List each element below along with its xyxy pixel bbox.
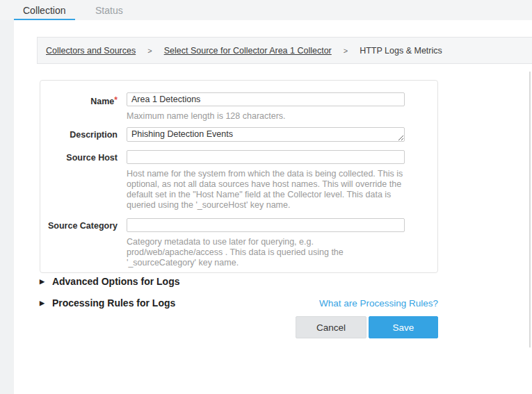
description-label: Description [40,127,118,142]
description-field-row: Description Phishing Detection Events [40,127,437,142]
name-label-text: Name [90,97,114,106]
source-host-label: Source Host [40,150,118,211]
source-category-helper-text: Category metadata to use later for query… [127,237,405,268]
name-field-cell: Maximum name length is 128 characters. [127,92,405,122]
required-asterisk: * [114,95,118,105]
breadcrumb-select-source[interactable]: Select Source for Collector Area 1 Colle… [164,46,332,56]
name-field-row: Name* Maximum name length is 128 charact… [40,92,437,122]
vertical-scrollbar[interactable] [529,72,531,347]
processing-rules-expander[interactable]: ▶ Processing Rules for Logs [40,297,175,309]
name-input[interactable] [127,92,405,106]
source-category-input[interactable] [127,218,405,232]
breadcrumb-separator: > [147,47,152,55]
processing-rules-row: ▶ Processing Rules for Logs What are Pro… [40,297,438,309]
expand-triangle-icon: ▶ [40,279,45,285]
tab-bar: Collection Status [0,0,532,20]
expand-triangle-icon: ▶ [40,300,45,306]
advanced-options-expander[interactable]: ▶ Advanced Options for Logs [40,276,180,287]
cancel-button[interactable]: Cancel [296,316,366,338]
tab-status[interactable]: Status [95,0,123,20]
breadcrumb-collectors-and-sources[interactable]: Collectors and Sources [46,46,136,56]
form-actions: Cancel Save [40,316,438,338]
source-category-field-cell: Category metadata to use later for query… [127,218,405,268]
description-field-cell: Phishing Detection Events [127,127,405,142]
source-category-label: Source Category [40,218,118,268]
name-helper-text: Maximum name length is 128 characters. [127,111,405,122]
source-host-field-cell: Host name for the system from which the … [127,150,405,211]
breadcrumb-current-page: HTTP Logs & Metrics [360,46,442,56]
tab-collection[interactable]: Collection [23,0,65,20]
breadcrumb: Collectors and Sources > Select Source f… [37,37,532,64]
source-config-form-card: Name* Maximum name length is 128 charact… [40,80,438,273]
source-host-input[interactable] [127,150,405,164]
name-label: Name* [40,92,118,122]
advanced-options-label: Advanced Options for Logs [52,276,180,287]
save-button[interactable]: Save [369,316,438,338]
what-are-processing-rules-link[interactable]: What are Processing Rules? [319,298,438,309]
breadcrumb-separator: > [344,47,348,55]
processing-rules-label: Processing Rules for Logs [52,297,175,309]
source-category-field-row: Source Category Category metadata to use… [40,218,437,268]
content-panel: Collectors and Sources > Select Source f… [14,20,532,394]
left-gutter [0,0,14,394]
source-host-field-row: Source Host Host name for the system fro… [40,150,437,211]
description-textarea[interactable]: Phishing Detection Events [127,127,405,142]
source-host-helper-text: Host name for the system from which the … [127,169,405,211]
